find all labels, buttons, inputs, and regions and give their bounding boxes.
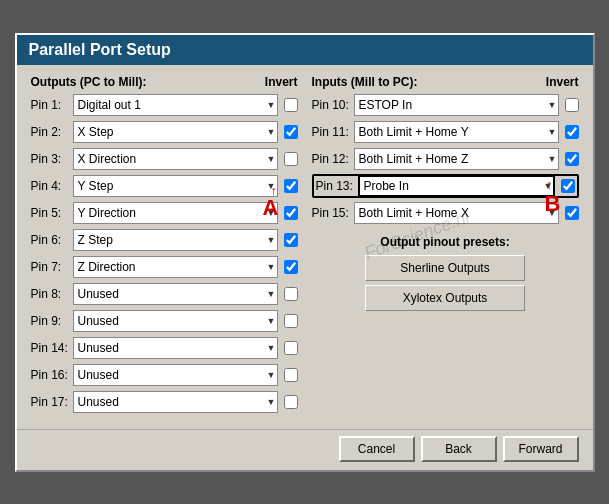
input-pin-label: Pin 12: xyxy=(312,152,354,166)
output-row: Pin 3:X Direction▼ xyxy=(31,147,298,171)
input-pin-label: Pin 13: xyxy=(316,179,358,193)
outputs-list: Pin 1:Digital out 1▼Pin 2:X Step▼Pin 3:X… xyxy=(31,93,298,414)
dialog: Parallel Port Setup Outputs (PC to Mill)… xyxy=(15,33,595,472)
output-row: Pin 2:X Step▼ xyxy=(31,120,298,144)
input-select-wrap: Both Limit + Home Y▼ xyxy=(354,121,559,143)
input-select[interactable]: Both Limit + Home X xyxy=(354,202,559,224)
inputs-list: Pin 10:ESTOP In▼Pin 11:Both Limit + Home… xyxy=(312,93,579,225)
output-select-wrap: Unused▼ xyxy=(73,364,278,386)
input-invert-checkbox[interactable] xyxy=(565,152,579,166)
output-row: Pin 17:Unused▼ xyxy=(31,390,298,414)
output-select-wrap: Z Step▼ xyxy=(73,229,278,251)
output-pin-label: Pin 5: xyxy=(31,206,73,220)
back-button[interactable]: Back xyxy=(421,436,497,462)
sherline-button[interactable]: Sherline Outputs xyxy=(365,255,525,281)
output-invert-checkbox[interactable] xyxy=(284,152,298,166)
output-select[interactable]: Unused xyxy=(73,364,278,386)
output-pin-label: Pin 3: xyxy=(31,152,73,166)
input-select[interactable]: Probe In xyxy=(358,175,555,197)
output-invert-checkbox[interactable] xyxy=(284,125,298,139)
output-pin-label: Pin 2: xyxy=(31,125,73,139)
output-invert-checkbox[interactable] xyxy=(284,98,298,112)
output-select-wrap: Unused▼ xyxy=(73,283,278,305)
output-select-wrap: Digital out 1▼ xyxy=(73,94,278,116)
output-invert-checkbox[interactable] xyxy=(284,314,298,328)
output-invert-checkbox[interactable] xyxy=(284,206,298,220)
output-pin-label: Pin 17: xyxy=(31,395,73,409)
output-select[interactable]: Z Direction xyxy=(73,256,278,278)
inputs-header: Inputs (Mill to PC): Invert xyxy=(312,75,579,89)
output-invert-checkbox[interactable] xyxy=(284,179,298,193)
input-pin-label: Pin 11: xyxy=(312,125,354,139)
output-row: Pin 9:Unused▼ xyxy=(31,309,298,333)
output-select[interactable]: X Direction xyxy=(73,148,278,170)
output-pin-label: Pin 9: xyxy=(31,314,73,328)
output-invert-checkbox[interactable] xyxy=(284,287,298,301)
output-select[interactable]: Y Step xyxy=(73,175,278,197)
presets-section: Output pinout presets: Sherline Outputs … xyxy=(312,235,579,311)
output-select-wrap: Y Step▼ xyxy=(73,175,278,197)
output-row: Pin 14:Unused▼ xyxy=(31,336,298,360)
outputs-header: Outputs (PC to Mill): Invert xyxy=(31,75,298,89)
output-select[interactable]: X Step xyxy=(73,121,278,143)
output-invert-checkbox[interactable] xyxy=(284,368,298,382)
dialog-content: Outputs (PC to Mill): Invert Pin 1:Digit… xyxy=(17,65,593,425)
input-select-wrap: Both Limit + Home X▼ xyxy=(354,202,559,224)
output-select-wrap: X Direction▼ xyxy=(73,148,278,170)
input-invert-checkbox[interactable] xyxy=(565,98,579,112)
output-row: Pin 6:Z Step▼ xyxy=(31,228,298,252)
output-invert-checkbox[interactable] xyxy=(284,260,298,274)
output-select[interactable]: Unused xyxy=(73,310,278,332)
output-select[interactable]: Unused xyxy=(73,337,278,359)
output-select[interactable]: Unused xyxy=(73,391,278,413)
dialog-title: Parallel Port Setup xyxy=(17,35,593,65)
output-row: Pin 16:Unused▼ xyxy=(31,363,298,387)
input-row: Pin 10:ESTOP In▼ xyxy=(312,93,579,117)
output-select[interactable]: Digital out 1 xyxy=(73,94,278,116)
output-invert-checkbox[interactable] xyxy=(284,341,298,355)
output-select-wrap: X Step▼ xyxy=(73,121,278,143)
output-pin-label: Pin 16: xyxy=(31,368,73,382)
output-row: Pin 7:Z Direction▼ xyxy=(31,255,298,279)
outputs-column: Outputs (PC to Mill): Invert Pin 1:Digit… xyxy=(31,75,298,417)
input-pin-label: Pin 10: xyxy=(312,98,354,112)
input-select[interactable]: ESTOP In xyxy=(354,94,559,116)
output-select[interactable]: Y Direction xyxy=(73,202,278,224)
input-select-wrap: Probe In▼ xyxy=(358,175,555,197)
input-invert-checkbox[interactable] xyxy=(561,179,575,193)
inputs-column: Inputs (Mill to PC): Invert Pin 10:ESTOP… xyxy=(312,75,579,417)
output-select-wrap: Unused▼ xyxy=(73,391,278,413)
output-row: Pin 4:Y Step▼ xyxy=(31,174,298,198)
output-row: Pin 5:Y Direction▼ xyxy=(31,201,298,225)
input-invert-checkbox[interactable] xyxy=(565,125,579,139)
output-row: Pin 1:Digital out 1▼ xyxy=(31,93,298,117)
output-invert-checkbox[interactable] xyxy=(284,233,298,247)
input-select[interactable]: Both Limit + Home Z xyxy=(354,148,559,170)
output-row: Pin 8:Unused▼ xyxy=(31,282,298,306)
input-row: Pin 11:Both Limit + Home Y▼ xyxy=(312,120,579,144)
output-pin-label: Pin 7: xyxy=(31,260,73,274)
output-pin-label: Pin 1: xyxy=(31,98,73,112)
input-select-wrap: ESTOP In▼ xyxy=(354,94,559,116)
output-select-wrap: Z Direction▼ xyxy=(73,256,278,278)
output-select[interactable]: Unused xyxy=(73,283,278,305)
output-pin-label: Pin 8: xyxy=(31,287,73,301)
forward-button[interactable]: Forward xyxy=(503,436,579,462)
input-select[interactable]: Both Limit + Home Y xyxy=(354,121,559,143)
output-pin-label: Pin 4: xyxy=(31,179,73,193)
output-pin-label: Pin 6: xyxy=(31,233,73,247)
output-select-wrap: Unused▼ xyxy=(73,337,278,359)
cancel-button[interactable]: Cancel xyxy=(339,436,415,462)
input-pin-label: Pin 15: xyxy=(312,206,354,220)
bottom-bar: Cancel Back Forward xyxy=(17,429,593,470)
input-select-wrap: Both Limit + Home Z▼ xyxy=(354,148,559,170)
input-row: Pin 15:Both Limit + Home X▼ xyxy=(312,201,579,225)
presets-label: Output pinout presets: xyxy=(312,235,579,249)
output-invert-checkbox[interactable] xyxy=(284,395,298,409)
input-invert-checkbox[interactable] xyxy=(565,206,579,220)
xylotex-button[interactable]: Xylotex Outputs xyxy=(365,285,525,311)
input-row: Pin 12:Both Limit + Home Z▼ xyxy=(312,147,579,171)
input-row: Pin 13:Probe In▼ xyxy=(312,174,579,198)
output-select-wrap: Y Direction▼ xyxy=(73,202,278,224)
output-select[interactable]: Z Step xyxy=(73,229,278,251)
